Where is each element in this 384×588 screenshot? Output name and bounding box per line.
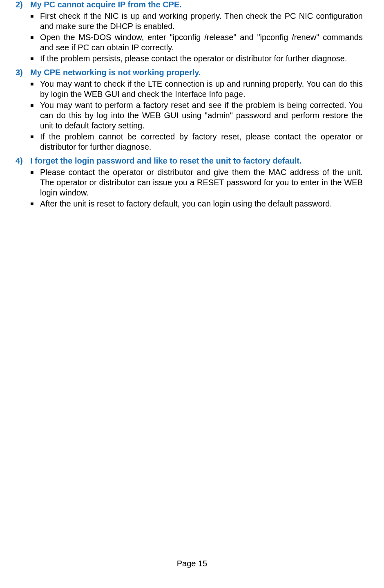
list-item: ■ You may want to check if the LTE conne… — [30, 79, 363, 99]
square-bullet-icon: ■ — [30, 100, 40, 108]
square-bullet-icon: ■ — [30, 167, 40, 175]
faq-section-2: 2) My PC cannot acquire IP from the CPE.… — [16, 0, 363, 64]
bullet-text: You may want to check if the LTE connect… — [40, 79, 363, 99]
section-header: 3) My CPE networking is not working prop… — [16, 68, 363, 77]
bullet-list: ■ You may want to check if the LTE conne… — [16, 79, 363, 152]
square-bullet-icon: ■ — [30, 132, 40, 140]
list-item: ■ Please contact the operator or distrib… — [30, 167, 363, 198]
bullet-text: After the unit is reset to factory defau… — [40, 199, 363, 209]
section-title: My CPE networking is not working properl… — [30, 68, 363, 77]
list-item: ■ First check if the NIC is up and worki… — [30, 11, 363, 31]
square-bullet-icon: ■ — [30, 199, 40, 207]
section-title: My PC cannot acquire IP from the CPE. — [30, 0, 363, 9]
section-header: 4) I forget the login password and like … — [16, 156, 363, 166]
list-item: ■ If the problem persists, please contac… — [30, 54, 363, 64]
square-bullet-icon: ■ — [30, 54, 40, 62]
faq-section-4: 4) I forget the login password and like … — [16, 156, 363, 209]
square-bullet-icon: ■ — [30, 11, 40, 19]
list-item: ■ Open the MS-DOS window, enter "ipconfi… — [30, 32, 363, 53]
bullet-list: ■ Please contact the operator or distrib… — [16, 167, 363, 209]
bullet-text: Open the MS-DOS window, enter "ipconfig … — [40, 32, 363, 53]
section-header: 2) My PC cannot acquire IP from the CPE. — [16, 0, 363, 9]
section-title: I forget the login password and like to … — [30, 156, 363, 166]
section-number: 3) — [16, 68, 30, 77]
square-bullet-icon: ■ — [30, 79, 40, 87]
list-item: ■ After the unit is reset to factory def… — [30, 199, 363, 209]
bullet-list: ■ First check if the NIC is up and worki… — [16, 11, 363, 64]
document-content: 2) My PC cannot acquire IP from the CPE.… — [0, 0, 384, 209]
bullet-text: If the problem persists, please contact … — [40, 54, 363, 64]
section-number: 2) — [16, 0, 30, 9]
faq-section-3: 3) My CPE networking is not working prop… — [16, 68, 363, 152]
list-item: ■ You may want to perform a factory rese… — [30, 100, 363, 131]
bullet-text: Please contact the operator or distribut… — [40, 167, 363, 198]
bullet-text: If the problem cannot be corrected by fa… — [40, 132, 363, 152]
list-item: ■ If the problem cannot be corrected by … — [30, 132, 363, 152]
bullet-text: You may want to perform a factory reset … — [40, 100, 363, 131]
square-bullet-icon: ■ — [30, 32, 40, 40]
page-number: Page 15 — [0, 559, 384, 568]
bullet-text: First check if the NIC is up and working… — [40, 11, 363, 31]
section-number: 4) — [16, 156, 30, 166]
